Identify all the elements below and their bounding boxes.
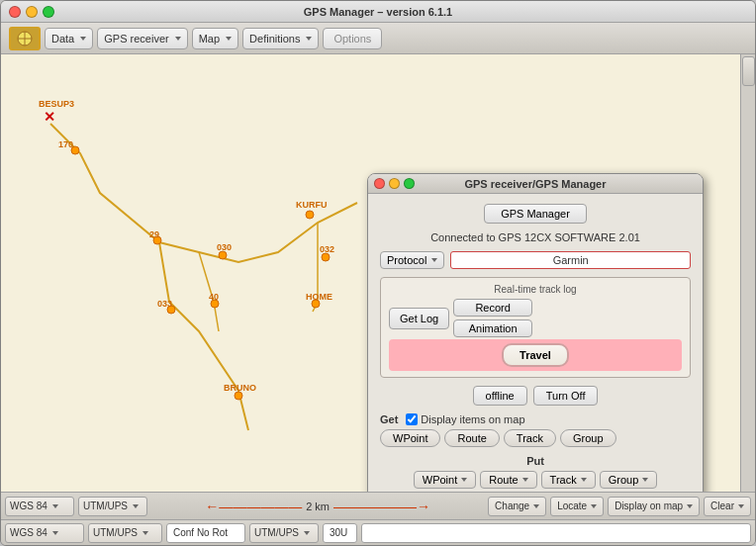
- dialog-max-button[interactable]: [404, 178, 415, 189]
- zone-field: 30U: [323, 523, 357, 543]
- conf-no-rot-field: Conf No Rot: [166, 523, 245, 543]
- app-logo: [9, 27, 41, 50]
- put-buttons: WPoint Route Track Group: [380, 471, 691, 489]
- toolbar: Data GPS receiver Map Definitions Option…: [1, 23, 755, 54]
- put-wpoint-dropdown[interactable]: WPoint: [414, 471, 476, 489]
- put-label: Put: [380, 455, 691, 467]
- utm-ups-dropdown1[interactable]: UTM/UPS: [88, 523, 162, 543]
- dialog-close-button[interactable]: [374, 178, 385, 189]
- data-dropdown[interactable]: Data: [45, 28, 93, 49]
- scrollbar[interactable]: [740, 54, 755, 492]
- dropdown-arrow-icon: [306, 37, 312, 41]
- get-buttons: WPoint Route Track Group: [380, 429, 691, 447]
- animation-button[interactable]: Animation: [453, 319, 532, 337]
- put-wpoint-arrow-icon: [461, 478, 467, 482]
- map-dropdown[interactable]: Map: [192, 28, 238, 49]
- svg-text:033: 033: [157, 299, 172, 309]
- svg-text:030: 030: [217, 242, 232, 252]
- svg-text:29: 29: [149, 229, 159, 239]
- gps-dialog: GPS receiver/GPS Manager GPS Manager Con…: [367, 173, 704, 501]
- protocol-row: Protocol Garmin: [380, 251, 691, 269]
- utm-ups-arrow-icon1: [142, 531, 148, 535]
- garmin-value: Garmin: [450, 251, 691, 269]
- dropdown-arrow-icon: [226, 37, 232, 41]
- put-section: Put WPoint Route Track: [380, 455, 691, 489]
- coord-value-field: [361, 523, 751, 543]
- put-track-arrow-icon: [581, 478, 587, 482]
- maximize-button[interactable]: [43, 6, 54, 18]
- minimize-button[interactable]: [26, 6, 38, 18]
- dialog-title-bar: GPS receiver/GPS Manager: [368, 174, 703, 194]
- scroll-thumb[interactable]: [742, 56, 755, 86]
- title-bar-buttons: [9, 6, 54, 18]
- offline-button[interactable]: offline: [473, 386, 527, 406]
- right-buttons: Record Animation: [453, 299, 532, 337]
- dialog-content: GPS Manager Connected to GPS 12CX SOFTWA…: [368, 194, 703, 500]
- window-title: GPS Manager – version 6.1.1: [304, 6, 452, 18]
- offline-row: offline Turn Off: [380, 386, 691, 406]
- get-label: Get: [380, 413, 398, 425]
- bottom-coord-bar: WGS 84 UTM/UPS Conf No Rot UTM/UPS 30U: [1, 519, 755, 545]
- get-row: Get Display items on map: [380, 413, 691, 425]
- get-route-button[interactable]: Route: [444, 429, 499, 447]
- utm-ups-arrow-icon2: [304, 531, 310, 535]
- content-area: BESUP3 ✕ 170 KURFU 29 030: [1, 54, 755, 519]
- svg-point-11: [219, 251, 227, 259]
- options-button[interactable]: Options: [323, 28, 382, 49]
- svg-text:40: 40: [209, 292, 219, 302]
- record-button[interactable]: Record: [453, 299, 532, 317]
- svg-point-13: [322, 253, 330, 261]
- svg-text:HOME: HOME: [306, 292, 332, 302]
- dialog-title: GPS receiver/GPS Manager: [464, 178, 606, 190]
- put-group-arrow-icon: [642, 478, 648, 482]
- realtime-group: Real-time track log Get Log Record Anima…: [380, 277, 691, 378]
- svg-text:032: 032: [320, 244, 334, 254]
- coord-bar: [1, 492, 740, 519]
- gps-receiver-dropdown[interactable]: GPS receiver: [97, 28, 187, 49]
- put-route-arrow-icon: [522, 478, 528, 482]
- get-track-button[interactable]: Track: [504, 429, 556, 447]
- dialog-title-buttons: [374, 178, 415, 189]
- protocol-dropdown[interactable]: Protocol: [380, 251, 444, 269]
- definitions-dropdown[interactable]: Definitions: [242, 28, 319, 49]
- travel-row: Travel: [389, 339, 682, 371]
- close-button[interactable]: [9, 6, 21, 18]
- display-items-checkbox[interactable]: [406, 413, 418, 425]
- put-group-dropdown[interactable]: Group: [600, 471, 658, 489]
- get-section: Get Display items on map WPoint Route Tr…: [380, 413, 691, 447]
- svg-text:BESUP3: BESUP3: [39, 99, 74, 109]
- travel-button[interactable]: Travel: [502, 343, 569, 367]
- dropdown-arrow-icon: [175, 37, 181, 41]
- put-track-dropdown[interactable]: Track: [541, 471, 596, 489]
- svg-text:170: 170: [58, 139, 73, 149]
- svg-point-7: [306, 211, 314, 219]
- get-group-button[interactable]: Group: [560, 429, 616, 447]
- wgs84-arrow-icon: [52, 531, 58, 535]
- protocol-dropdown-arrow-icon: [431, 258, 437, 262]
- realtime-buttons: Get Log Record Animation: [389, 299, 682, 337]
- dropdown-arrow-icon: [80, 37, 86, 41]
- utm-ups-dropdown2[interactable]: UTM/UPS: [249, 523, 319, 543]
- turnoff-button[interactable]: Turn Off: [533, 386, 599, 406]
- get-wpoint-button[interactable]: WPoint: [380, 429, 440, 447]
- title-bar: GPS Manager – version 6.1.1: [1, 1, 755, 23]
- main-window: GPS Manager – version 6.1.1 Data GPS rec…: [0, 0, 756, 546]
- svg-point-21: [235, 392, 242, 400]
- gps-manager-button[interactable]: GPS Manager: [484, 204, 587, 224]
- put-route-dropdown[interactable]: Route: [480, 471, 536, 489]
- display-items-checkbox-label[interactable]: Display items on map: [406, 413, 524, 425]
- wgs84-dropdown[interactable]: WGS 84: [5, 523, 84, 543]
- dialog-min-button[interactable]: [389, 178, 400, 189]
- svg-text:✕: ✕: [44, 109, 55, 125]
- get-log-button[interactable]: Get Log: [389, 308, 449, 329]
- svg-text:BRUNO: BRUNO: [224, 383, 256, 393]
- svg-text:KURFU: KURFU: [296, 200, 328, 210]
- connected-status: Connected to GPS 12CX SOFTWARE 2.01: [380, 231, 691, 243]
- realtime-title: Real-time track log: [389, 284, 682, 295]
